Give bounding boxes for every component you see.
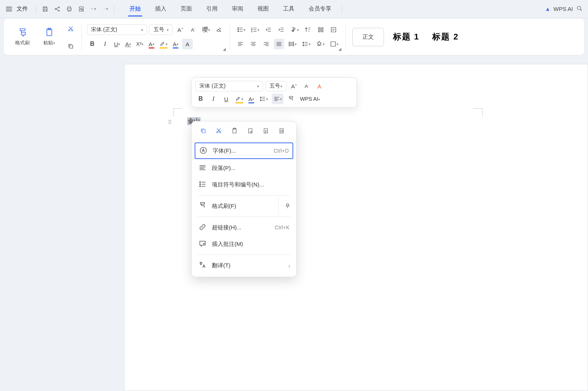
mini-wps-ai-button[interactable]: WPS AI▾ [300, 96, 320, 102]
translate-icon [198, 261, 207, 270]
mini-ai-logo-icon[interactable]: ⟑ [317, 82, 321, 90]
cm-cut-icon[interactable] [215, 127, 225, 137]
mini-font-family-select[interactable]: 宋体 (正文)▾ [195, 81, 263, 91]
bullets-button[interactable]: ▾ [235, 24, 247, 35]
style-normal[interactable]: 正文 [352, 28, 384, 46]
file-menu[interactable]: 文件 [17, 5, 28, 12]
search-icon[interactable] [576, 5, 583, 13]
copy-button[interactable] [66, 41, 76, 52]
align-distribute-button[interactable] [315, 24, 326, 35]
cm-paragraph-item[interactable]: 段落(P)... [192, 160, 296, 176]
increase-indent-button[interactable] [276, 24, 286, 35]
font-dialog-icon [199, 146, 207, 156]
italic-button[interactable]: I [100, 39, 110, 49]
svg-point-26 [200, 183, 201, 185]
format-painter-button[interactable]: 格式刷 [12, 26, 33, 48]
tab-references[interactable]: 引用 [205, 2, 219, 15]
redo-button[interactable]: ▾ [101, 5, 110, 13]
tab-home[interactable]: 开始 [128, 2, 142, 15]
print-preview-icon[interactable] [77, 5, 85, 13]
mini-font-size-select[interactable]: 五号▾ [265, 81, 286, 91]
show-marks-button[interactable] [328, 24, 339, 35]
cut-button[interactable] [66, 24, 76, 34]
change-case-button[interactable]: 嘤▾ [201, 24, 212, 35]
cm-comment-item[interactable]: 插入批注(M) [192, 236, 296, 252]
cm-translate-item[interactable]: 翻译(T) › [192, 257, 296, 274]
font-color-button[interactable]: A▾ [147, 39, 156, 49]
highlight-button[interactable]: ▾ [158, 39, 169, 49]
underline-button[interactable]: U▾ [113, 39, 122, 49]
decrease-indent-button[interactable] [263, 24, 274, 35]
bold-button[interactable]: B [87, 39, 97, 49]
style-heading1[interactable]: 标题 1 [393, 31, 419, 42]
tab-review[interactable]: 审阅 [230, 2, 245, 15]
svg-rect-14 [331, 27, 336, 32]
share-icon[interactable] [53, 5, 61, 13]
svg-point-25 [200, 182, 201, 183]
shading-button[interactable]: ▾ [314, 39, 326, 49]
text-direction-button[interactable]: ▾ [289, 24, 300, 35]
mini-font-color-button[interactable]: A▾ [247, 94, 256, 104]
cm-copy-icon[interactable] [200, 127, 210, 137]
cm-paste-text-icon[interactable] [262, 127, 272, 137]
mini-italic-button[interactable]: I [208, 94, 219, 104]
font-family-select[interactable]: 宋体 (正文)▾ [87, 24, 147, 35]
paste-button[interactable]: 粘贴▾ [40, 26, 58, 48]
cm-format-painter-item[interactable]: 格式刷(F) [192, 198, 278, 214]
cm-font-item[interactable]: 字体(F)... Ctrl+D [195, 142, 293, 159]
align-right-button[interactable] [261, 39, 271, 49]
mini-grow-font-button[interactable]: A+ [289, 81, 299, 91]
undo-button[interactable]: ▾ [89, 5, 97, 13]
menu-icon[interactable] [5, 5, 13, 13]
svg-point-13 [238, 31, 239, 32]
align-center-button[interactable] [248, 39, 259, 49]
numbering-button[interactable]: ▾ [249, 24, 261, 35]
svg-point-5 [577, 6, 581, 10]
mini-line-spacing-button[interactable]: ▾ [258, 94, 270, 104]
style-heading2[interactable]: 标题 2 [432, 31, 459, 42]
tab-insert[interactable]: 插入 [154, 2, 168, 15]
cm-hyperlink-item[interactable]: 超链接(H)... Ctrl+K [192, 219, 296, 236]
wps-ai-button[interactable]: WPS AI [553, 6, 573, 12]
tab-view[interactable]: 视图 [256, 2, 270, 15]
align-distributed-button[interactable]: ▾ [286, 39, 298, 49]
svg-point-27 [200, 186, 201, 187]
mini-highlight-button[interactable]: ▾ [234, 94, 245, 104]
tab-member[interactable]: 会员专享 [307, 2, 333, 15]
mini-shrink-font-button[interactable]: A- [302, 81, 312, 91]
font-group-launcher[interactable]: ◢ [223, 47, 226, 51]
char-shading-button[interactable]: A [182, 39, 193, 49]
cm-format-painter-pin-icon[interactable] [278, 198, 296, 214]
mini-bold-button[interactable]: B [195, 94, 206, 104]
margin-mark-left [173, 108, 182, 117]
svg-point-24 [200, 147, 207, 153]
align-left-button[interactable] [235, 39, 246, 49]
paragraph-group-launcher[interactable]: ◢ [338, 47, 341, 51]
align-justify-button[interactable] [274, 39, 284, 49]
super-sub-button[interactable]: X²▾ [135, 39, 145, 49]
cm-paste-list-icon[interactable] [278, 127, 288, 137]
shrink-font-button[interactable]: A- [188, 24, 198, 35]
line-spacing-button[interactable]: ▾ [300, 39, 312, 49]
sort-button[interactable] [303, 24, 313, 35]
strikethrough-button[interactable]: A▾ [124, 39, 133, 49]
tab-page[interactable]: 页面 [179, 2, 193, 15]
clear-format-button[interactable] [214, 24, 224, 35]
cm-paste-icon[interactable] [231, 127, 241, 137]
mini-align-button[interactable]: ▾ [272, 94, 283, 104]
paragraph-dialog-icon [198, 164, 207, 173]
drag-handle-icon[interactable]: ⠿ [168, 119, 172, 125]
bullets-dialog-icon [198, 180, 207, 189]
grow-font-button[interactable]: A+ [175, 24, 186, 35]
mini-format-painter-button[interactable] [286, 94, 296, 104]
mini-underline-button[interactable]: U [221, 94, 232, 104]
cm-bullets-item[interactable]: 项目符号和编号(N)... [192, 176, 296, 193]
svg-rect-16 [202, 130, 205, 133]
tab-tools[interactable]: 工具 [282, 2, 296, 15]
font-size-select[interactable]: 五号▾ [149, 24, 173, 35]
font-color-2-button[interactable]: A▾ [171, 39, 180, 49]
print-icon[interactable] [65, 5, 73, 13]
save-icon[interactable] [41, 5, 49, 13]
cm-paste-format-icon[interactable] [247, 127, 257, 137]
format-painter-menu-icon [198, 202, 207, 211]
